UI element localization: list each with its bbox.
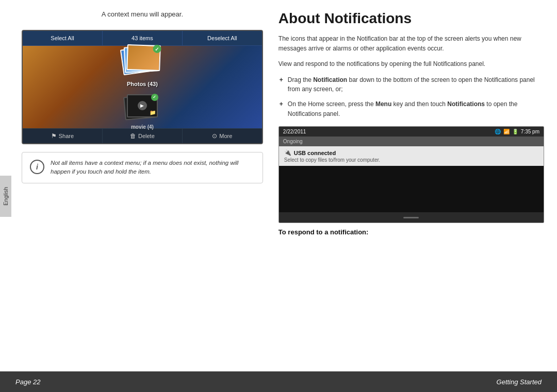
footer-section: Getting Started [497, 378, 542, 386]
notif-ongoing-label: Ongoing [279, 137, 544, 146]
page-title: About Notifications [278, 10, 544, 27]
body-paragraph-2: View and respond to the notifications by… [278, 59, 544, 69]
more-button[interactable]: ⊙ More [183, 129, 262, 143]
notif-time: 7:35 pm [521, 129, 539, 134]
globe-icon: 🌐 [495, 129, 501, 134]
action-bar: ⚑ Share 🗑 Delete ⊙ More [23, 128, 262, 143]
usb-icon: 🔌 [284, 149, 291, 156]
footer: Page 22 Getting Started [0, 371, 557, 392]
sidebar-language-tab: English [0, 176, 11, 217]
share-button[interactable]: ⚑ Share [23, 129, 103, 143]
notif-bottom-bar [279, 212, 544, 223]
notif-status-icons: 🌐 📶 🔋 7:35 pm [495, 129, 539, 134]
movie-stack: ▶ 📁 ✓ [124, 94, 160, 123]
notif-usb-title: 🔌 USB connected [284, 149, 538, 156]
info-text: Not all items have a context menu; if a … [51, 159, 255, 177]
movie-checkmark: ✓ [151, 94, 158, 101]
photos-label: Photos (43) [127, 81, 158, 87]
info-icon: i [30, 160, 44, 174]
home-indicator [403, 217, 419, 218]
delete-icon: 🗑 [130, 132, 136, 140]
info-box: i Not all items have a context menu; if … [22, 152, 263, 183]
notif-black-area [279, 166, 544, 212]
notif-date: 2/22/2011 [283, 129, 306, 134]
more-icon: ⊙ [212, 132, 217, 140]
battery-icon: 🔋 [512, 129, 518, 134]
items-count-label: 43 items [103, 31, 183, 45]
share-icon: ⚑ [51, 132, 57, 140]
photo-checkmark: ✓ [153, 44, 161, 53]
context-menu-bar: Select All 43 items Deselect All [23, 31, 262, 46]
main-content: A context menu will appear. Select All 4… [11, 0, 557, 371]
delete-button[interactable]: 🗑 Delete [103, 129, 183, 143]
deselect-all-button[interactable]: Deselect All [183, 31, 262, 45]
photo-stack: ✓ [122, 45, 163, 78]
context-caption: A context menu will appear. [22, 10, 263, 18]
play-icon: ▶ [138, 101, 147, 110]
notification-panel: 2/22/2011 🌐 📶 🔋 7:35 pm Ongoing 🔌 USB co… [278, 126, 544, 223]
bullet-list: Drag the Notification bar down to the bo… [278, 75, 544, 118]
wifi-icon: 📶 [503, 129, 510, 134]
left-column: A context menu will appear. Select All 4… [11, 0, 273, 371]
footer-page: Page 22 [15, 378, 40, 386]
notif-status-bar: 2/22/2011 🌐 📶 🔋 7:35 pm [279, 127, 544, 137]
notif-usb-sub: Select to copy files to/from your comput… [284, 157, 538, 163]
device-screenshot: Select All 43 items Deselect All ✓ Photo… [22, 30, 263, 144]
folder-icon: 📁 [150, 110, 156, 115]
select-all-button[interactable]: Select All [23, 31, 103, 45]
bullet-item-2: On the Home screen, press the Menu key a… [278, 99, 544, 118]
to-respond-label: To respond to a notification: [278, 228, 544, 236]
gallery-area: ✓ Photos (43) ▶ 📁 ✓ movi [23, 46, 262, 128]
notif-usb-item[interactable]: 🔌 USB connected Select to copy files to/… [279, 146, 544, 166]
bullet-item-1: Drag the Notification bar down to the bo… [278, 75, 544, 94]
photo-card-3: ✓ [126, 44, 161, 71]
body-paragraph-1: The icons that appear in the Notificatio… [278, 34, 544, 53]
movie-label: movie (4) [131, 124, 154, 130]
right-column: About Notifications The icons that appea… [273, 0, 557, 371]
movie-card-2: ▶ 📁 ✓ [127, 94, 158, 117]
